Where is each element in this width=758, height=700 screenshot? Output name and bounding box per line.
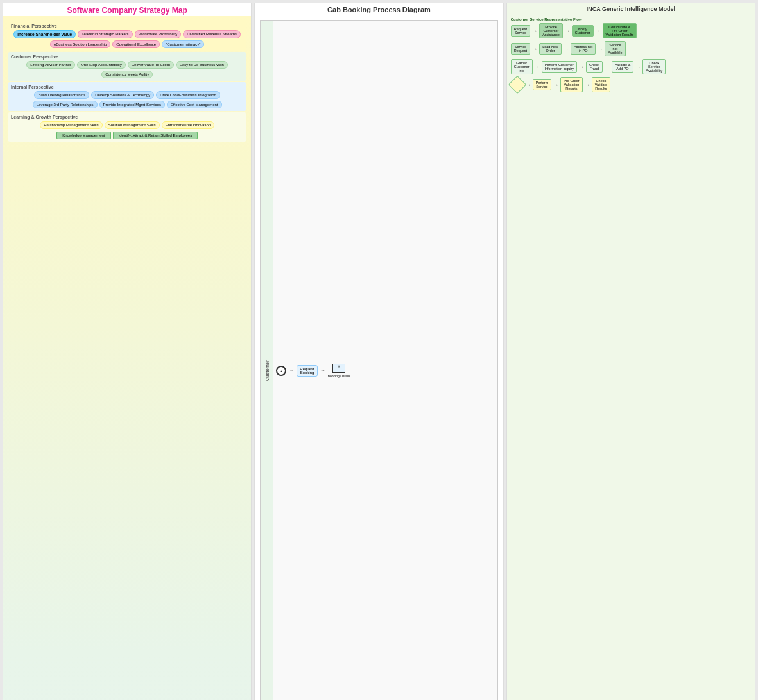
inca-arrow13: → — [585, 82, 590, 88]
swim-label-customer: Customer — [261, 21, 273, 700]
card2-content: Customer ● → RequestBooking → ✉ Booking … — [255, 15, 503, 700]
card3-content: Customer Service Representative Flow Req… — [507, 13, 755, 700]
inca-row2: ServiceRequest → Load NewOrder → Address… — [511, 41, 751, 56]
card3-title: INCA Generic Intelligence Model — [507, 3, 755, 13]
inca-request: RequestService — [511, 25, 531, 37]
inca-arrow1: → — [532, 28, 537, 34]
inca-diamond1 — [508, 76, 526, 94]
email-icon: ✉ Booking Details — [328, 364, 350, 378]
swim-lane-customer: Customer ● → RequestBooking → ✉ Booking … — [260, 20, 497, 700]
cab-diagram-visual: Customer ● → RequestBooking → ✉ Booking … — [255, 15, 503, 700]
inca-check-avail: CheckServiceAvailability — [642, 59, 666, 74]
inca-arrow8: → — [579, 64, 584, 70]
inca-row1: RequestService → ProvideCustomerAssistan… — [511, 23, 751, 38]
card-cab-booking: Cab Booking Process Diagram Customer ● →… — [254, 3, 503, 700]
inca-arrow7: → — [535, 64, 540, 70]
inca-arrow2: → — [565, 28, 570, 34]
strategy-map-visual: Financial Perspective Increase Sharehold… — [3, 16, 251, 700]
arrow1: → — [289, 368, 294, 373]
inca-check-val: CheckValidateResults — [592, 77, 610, 92]
inca-validate: Consolidate &Pre-OrderValidation Results — [603, 23, 637, 38]
request-booking-box: RequestBooking — [297, 365, 317, 377]
card1-title: Software Company Strategy Map — [3, 3, 251, 16]
inca-validate2: Validate &Add PO — [612, 61, 634, 73]
inca-arrow4: → — [532, 46, 537, 52]
inca-perform2: PerformService — [533, 79, 552, 90]
inca-row3: GatherCustomerInfo → Perform CustomerInf… — [511, 59, 751, 74]
card2-title: Cab Booking Process Diagram — [255, 3, 503, 15]
card1-content: Financial Perspective Increase Sharehold… — [3, 16, 251, 700]
inca-load-new: Load NewOrder — [539, 43, 562, 55]
inca-visual: Customer Service Representative Flow Req… — [507, 13, 755, 700]
inca-arrow10: → — [635, 64, 641, 70]
inca-perform: Perform CustomerInformation Inquiry — [542, 61, 578, 73]
inca-arrow3: → — [596, 28, 601, 34]
inca-pre-order: Pre-OrderValidationResults — [560, 77, 582, 92]
inca-address: Address notin PO — [571, 43, 596, 55]
inca-notify: NotifyCustomer — [572, 25, 594, 37]
card-inca: INCA Generic Intelligence Model Customer… — [506, 3, 755, 700]
inca-arrow9: → — [605, 64, 610, 70]
inca-arrow12: → — [553, 82, 558, 88]
inca-arrow6: → — [598, 46, 603, 52]
card-strategy-map: Software Company Strategy Map Financial … — [3, 3, 252, 700]
inca-gather: GatherCustomerInfo — [511, 59, 533, 74]
inca-service-avail: ServicenotAvailable — [605, 41, 625, 56]
start-circle: ● — [276, 366, 286, 376]
inca-service-req: ServiceRequest — [511, 43, 531, 55]
inca-arrow11: → — [526, 82, 531, 88]
arrow2: → — [320, 368, 325, 373]
inca-check-fraud: CheckFraud — [586, 61, 603, 73]
inca-arrow5: → — [564, 46, 569, 52]
inca-provide: ProvideCustomerAssistance — [539, 23, 563, 38]
swim-content-customer: ● → RequestBooking → ✉ Booking Details — [273, 361, 497, 380]
inca-row4: → PerformService → Pre-OrderValidationRe… — [511, 77, 751, 92]
